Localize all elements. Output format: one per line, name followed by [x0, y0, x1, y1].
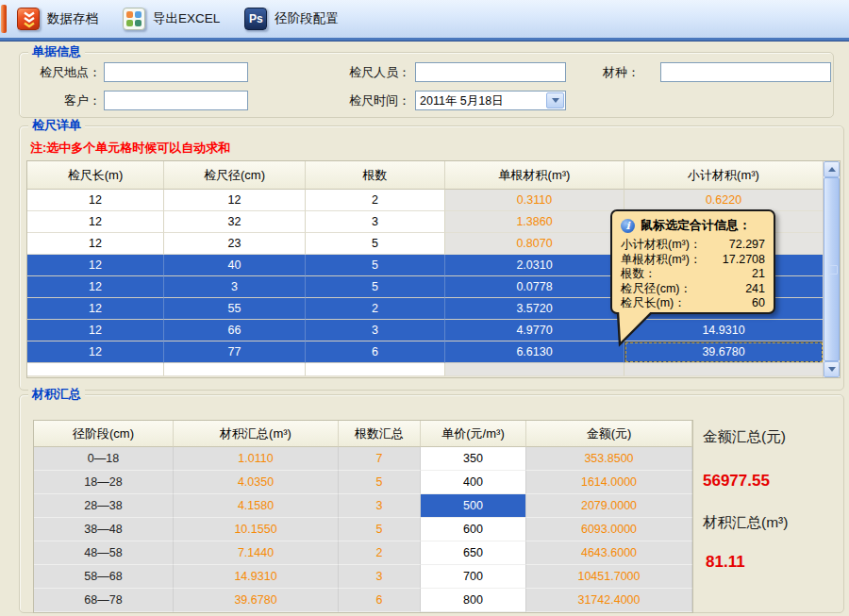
scroll-up-button[interactable] [824, 161, 840, 177]
summary-cell-volume: 4.0350 [174, 471, 339, 494]
excel-icon [123, 8, 145, 30]
summary-cell-range: 38—48 [34, 518, 174, 541]
summary-cell-count: 3 [339, 565, 421, 589]
detail-cell-length[interactable]: 12 [27, 211, 164, 233]
detail-cell-subtotal[interactable]: 0.6220 [624, 190, 824, 211]
volume-summary-legend: 材积汇总 [28, 388, 85, 401]
detail-cell-unit_volume[interactable]: 4.9770 [445, 320, 624, 341]
tooltip-row-value: 21 [752, 267, 765, 282]
amount-total-label: 金额汇总(元) [703, 427, 786, 447]
summary-cell-volume: 7.1440 [174, 541, 339, 565]
detail-cell-unit_volume[interactable]: 6.6130 [445, 341, 624, 363]
detail-cell-length[interactable]: 12 [27, 233, 164, 255]
scroll-down-button[interactable] [824, 361, 840, 377]
detail-cell-diameter[interactable]: 40 [164, 255, 306, 276]
summary-cell-range: 18—28 [34, 471, 174, 494]
summary-cell-price[interactable]: 400 [421, 471, 526, 494]
detail-cell-count[interactable]: 2 [306, 298, 445, 320]
detail-cell-diameter[interactable]: 77 [164, 341, 306, 363]
detail-table-scrollbar[interactable] [823, 161, 840, 377]
detail-empty-cell[interactable] [306, 363, 445, 376]
summary-cell-volume: 14.9310 [174, 565, 339, 589]
date-combobox[interactable]: 2011年 5月18日 [415, 91, 566, 110]
export-excel-button-label: 导出EXCEL [153, 10, 220, 27]
summary-cell-amount: 1614.0000 [526, 471, 692, 494]
detail-cell-count[interactable]: 3 [306, 320, 445, 341]
summary-cell-price[interactable]: 350 [421, 447, 526, 471]
detail-cell-unit_volume[interactable]: 0.8070 [445, 233, 624, 255]
detail-table-row: 127766.613039.6780 [27, 341, 824, 363]
location-label: 检尺地点： [22, 62, 101, 82]
volume-total-label: 材积汇总(m³) [703, 513, 788, 533]
detail-cell-diameter[interactable]: 23 [164, 233, 306, 255]
detail-column-header: 检尺长(m) [27, 161, 164, 190]
date-combobox-dropdown-button[interactable] [546, 92, 564, 108]
summary-cell-volume: 1.0110 [174, 447, 339, 471]
detail-cell-diameter[interactable]: 66 [164, 320, 306, 341]
summary-cell-amount: 10451.7000 [526, 565, 692, 589]
summary-cell-count: 5 [339, 471, 421, 494]
selection-sum-tooltip: i 鼠标选定合计信息： 小计材积(m³)：72.297单根材积(m³)：17.2… [610, 209, 775, 314]
detail-cell-diameter[interactable]: 3 [164, 276, 306, 298]
detail-cell-count[interactable]: 5 [306, 255, 445, 276]
tooltip-row-label: 检尺长(m)： [621, 296, 686, 311]
detail-cell-length[interactable]: 12 [27, 320, 164, 341]
toolbar-grip[interactable] [1, 5, 7, 33]
detail-empty-cell[interactable] [27, 363, 164, 376]
detail-cell-length[interactable]: 12 [27, 276, 164, 298]
tooltip-row-value: 241 [745, 282, 765, 297]
tooltip-tail [616, 312, 658, 347]
summary-cell-amount: 31742.4000 [526, 589, 692, 612]
detail-cell-diameter[interactable]: 32 [164, 211, 306, 233]
detail-cell-count[interactable]: 6 [306, 341, 445, 363]
archive-button[interactable]: 数据存档 [13, 3, 102, 35]
detail-table-row: 126634.977014.9310 [27, 320, 824, 341]
chevron-down-icon [552, 98, 559, 103]
summary-cell-price[interactable]: 650 [421, 541, 526, 565]
detail-cell-unit_volume[interactable]: 1.3860 [445, 211, 624, 233]
detail-cell-length[interactable]: 12 [27, 190, 164, 211]
detail-table-header: 检尺长(m)检尺径(cm)根数单根材积(m³)小计材积(m³) [27, 161, 824, 190]
info-icon: i [621, 219, 635, 233]
tooltip-row-label: 检尺径(cm)： [621, 282, 691, 297]
summary-cell-price[interactable]: 800 [421, 589, 526, 612]
summary-cell-count: 3 [339, 494, 421, 518]
detail-cell-count[interactable]: 3 [306, 211, 445, 233]
detail-empty-cell[interactable] [624, 363, 824, 376]
detail-table-row: 121220.31100.6220 [27, 190, 824, 211]
detail-empty-cell[interactable] [445, 363, 624, 376]
summary-cell-count: 7 [339, 447, 421, 471]
material-input[interactable] [660, 62, 831, 82]
detail-cell-count[interactable]: 2 [306, 190, 445, 211]
diameter-class-config-button[interactable]: Ps 径阶段配置 [241, 3, 342, 35]
detail-cell-length[interactable]: 12 [27, 298, 164, 320]
date-label: 检尺时间： [338, 91, 410, 110]
detail-table-empty-row [27, 363, 824, 376]
inspector-input[interactable] [415, 62, 566, 82]
summary-cell-volume: 4.1580 [174, 494, 339, 518]
export-excel-button[interactable]: 导出EXCEL [119, 3, 224, 35]
chevron-up-icon [828, 167, 836, 172]
detail-cell-count[interactable]: 5 [306, 233, 445, 255]
detail-column-header: 小计材积(m³) [624, 161, 824, 190]
summary-cell-price[interactable]: 700 [421, 565, 526, 589]
detail-cell-diameter[interactable]: 55 [164, 298, 306, 320]
detail-cell-length[interactable]: 12 [27, 341, 164, 363]
detail-cell-unit_volume[interactable]: 3.5720 [445, 298, 624, 320]
detail-cell-count[interactable]: 5 [306, 276, 445, 298]
summary-cell-price[interactable]: 600 [421, 518, 526, 541]
detail-empty-cell[interactable] [164, 363, 306, 376]
summary-cell-price[interactable]: 500 [421, 494, 526, 518]
detail-cell-unit_volume[interactable]: 0.3110 [445, 190, 624, 211]
customer-input[interactable] [104, 91, 248, 110]
customer-label: 客户： [22, 91, 101, 110]
detail-cell-diameter[interactable]: 12 [164, 190, 306, 211]
detail-column-header: 检尺径(cm) [164, 161, 306, 190]
detail-cell-unit_volume[interactable]: 2.0310 [445, 255, 624, 276]
amount-total-value: 56977.55 [703, 472, 770, 491]
ps-icon: Ps [244, 8, 267, 30]
detail-cell-length[interactable]: 12 [27, 255, 164, 276]
location-input[interactable] [104, 62, 248, 82]
scrollbar-thumb[interactable] [824, 177, 840, 361]
detail-cell-unit_volume[interactable]: 0.0778 [445, 276, 624, 298]
